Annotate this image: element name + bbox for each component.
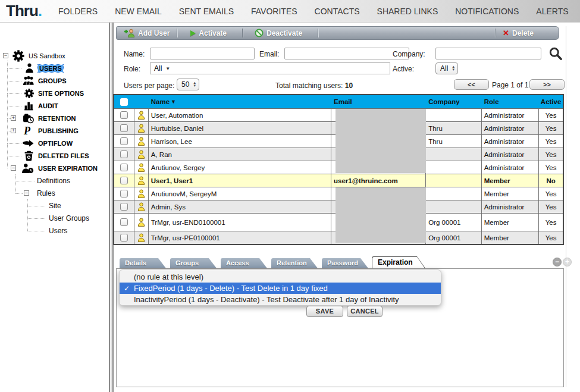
- search-icon[interactable]: [548, 46, 563, 61]
- activate-button[interactable]: Activate: [177, 29, 234, 37]
- cell-role: Administrator: [482, 161, 540, 174]
- nav-favorites[interactable]: FAVORITES: [251, 7, 297, 16]
- rule-dropdown-menu: (no rule at this level) ✓ FixedPeriod (1…: [119, 269, 441, 306]
- cell-active: Yes: [539, 135, 563, 148]
- thru-logo[interactable]: Thru.: [6, 2, 42, 20]
- rule-option-inactivity-period[interactable]: InactivityPeriod (1 days - Deactivate) -…: [120, 294, 441, 305]
- nav-folders[interactable]: FOLDERS: [58, 7, 98, 16]
- row-checkbox[interactable]: [120, 203, 128, 211]
- row-checkbox[interactable]: [120, 177, 128, 184]
- row-checkbox[interactable]: [120, 190, 128, 197]
- row-checkbox[interactable]: [120, 150, 128, 158]
- rule-option-label: (no rule at this level): [134, 272, 203, 281]
- deactivate-button[interactable]: Deactivate: [243, 29, 309, 37]
- email-filter-input[interactable]: [284, 48, 409, 59]
- sidebar-item-publishing[interactable]: PUBLISHING: [38, 127, 79, 134]
- sidebar-item-user-expiration[interactable]: USER EXPIRATION: [38, 165, 98, 172]
- row-checkbox[interactable]: [120, 137, 128, 145]
- tab-expiration[interactable]: Expiration: [372, 256, 425, 268]
- add-user-button[interactable]: Add User: [117, 29, 177, 37]
- tab-groups[interactable]: Groups: [170, 258, 217, 268]
- user-row-icon: [137, 137, 145, 146]
- gear-icon: [12, 49, 25, 62]
- active-filter-select[interactable]: All ▲▼: [435, 62, 458, 74]
- cell-company: Org 00001: [426, 214, 482, 231]
- company-filter-label: Company:: [393, 50, 425, 58]
- user-row-icon: [137, 233, 145, 242]
- sidebar-item-us-sandbox[interactable]: US Sandbox: [29, 52, 65, 59]
- expander-retention[interactable]: +: [11, 115, 16, 121]
- sidebar-item-rules-site[interactable]: Site: [49, 202, 61, 210]
- expander-us-sandbox[interactable]: −: [3, 53, 8, 58]
- sidebar-item-rules-users[interactable]: Users: [49, 227, 67, 235]
- total-label: Total matching users:: [275, 81, 343, 90]
- cell-role: Member: [482, 231, 540, 244]
- sidebar-item-definitions[interactable]: Definitions: [37, 177, 70, 185]
- tab-details[interactable]: Details: [120, 258, 166, 268]
- column-header-email[interactable]: Email: [331, 98, 426, 105]
- tab-retention[interactable]: Retention: [271, 258, 318, 268]
- cell-name: Admin, Sys: [149, 200, 331, 213]
- delete-button[interactable]: ✕ Delete: [496, 29, 541, 37]
- sidebar-item-retention[interactable]: RETENTION: [38, 115, 76, 122]
- logo-dot: .: [38, 2, 42, 20]
- expander-rules[interactable]: −: [24, 190, 29, 196]
- tab-access[interactable]: Access: [221, 258, 267, 268]
- nav-alerts[interactable]: ALERTS: [536, 7, 568, 16]
- chart-icon: [24, 101, 34, 111]
- sidebar-item-groups[interactable]: GROUPS: [38, 77, 67, 84]
- cell-name: Hurtubise, Daniel: [149, 122, 331, 134]
- collapse-panel-button[interactable]: −: [553, 258, 562, 266]
- total-value: 10: [345, 81, 353, 90]
- tree-guide-line: [7, 93, 21, 94]
- stepper-arrows-icon: ▲▼: [193, 81, 196, 87]
- company-filter-input[interactable]: [435, 48, 541, 59]
- nav-contacts[interactable]: CONTACTS: [315, 7, 360, 16]
- table-row-selected[interactable]: User1, User1 user1@thruinc.com Member No: [114, 174, 563, 187]
- nav-sent-emails[interactable]: SENT EMAILS: [179, 7, 234, 16]
- nav-new-email[interactable]: NEW EMAIL: [115, 7, 162, 16]
- save-button[interactable]: SAVE: [306, 306, 343, 317]
- deactivate-icon: [255, 29, 264, 37]
- prev-page-button[interactable]: <<: [454, 79, 489, 90]
- tab-password[interactable]: Password: [322, 258, 368, 268]
- role-filter-select[interactable]: All ▼: [150, 62, 390, 74]
- sidebar-item-site-options[interactable]: SITE OPTIONS: [38, 90, 84, 97]
- sidebar-item-users[interactable]: USERS: [38, 65, 63, 72]
- redaction-overlay: [336, 187, 426, 243]
- column-header-name[interactable]: Name▼: [149, 98, 331, 105]
- user-row-icon: [137, 202, 145, 211]
- sidebar-item-optiflow[interactable]: OPTIFLOW: [38, 140, 73, 147]
- cell-active: Yes: [539, 109, 563, 121]
- row-checkbox[interactable]: [120, 218, 128, 226]
- rule-option-none[interactable]: (no rule at this level): [120, 271, 441, 283]
- sidebar-tree: − US Sandbox USERS GROUPS SITE OPTIONS A…: [0, 23, 109, 392]
- cancel-button[interactable]: CANCEL: [347, 306, 383, 317]
- sidebar-item-deleted-files[interactable]: DELETED FILES: [38, 152, 89, 159]
- cell-company: [426, 109, 482, 121]
- nav-notifications[interactable]: NOTIFICATIONS: [455, 7, 519, 16]
- rule-option-fixed-period[interactable]: ✓ FixedPeriod (1 days - Delete) - Test D…: [120, 283, 441, 294]
- row-checkbox[interactable]: [120, 111, 128, 119]
- expander-publishing[interactable]: +: [11, 128, 16, 133]
- row-checkbox[interactable]: [120, 164, 128, 171]
- column-header-active[interactable]: Active: [539, 98, 563, 105]
- sidebar-item-rules-user-groups[interactable]: User Groups: [49, 214, 89, 222]
- users-per-page-select[interactable]: 50 ▲▼: [177, 79, 199, 90]
- row-checkbox[interactable]: [120, 234, 128, 242]
- cell-name: TrMgr, usr-END0100001: [149, 214, 331, 231]
- row-checkbox[interactable]: [120, 124, 128, 132]
- name-filter-input[interactable]: [150, 48, 255, 59]
- expander-user-expiration[interactable]: −: [11, 165, 16, 171]
- sidebar-item-audit[interactable]: AUDIT: [38, 102, 58, 109]
- column-header-company[interactable]: Company: [426, 98, 482, 105]
- cell-active: Yes: [539, 231, 563, 244]
- expand-panel-button[interactable]: +: [563, 258, 572, 266]
- nav-shared-links[interactable]: SHARED LINKS: [377, 7, 438, 16]
- select-all-checkbox[interactable]: [120, 98, 128, 106]
- column-header-role[interactable]: Role: [482, 98, 540, 105]
- next-page-button[interactable]: >>: [529, 79, 565, 90]
- sidebar-item-rules[interactable]: Rules: [37, 189, 55, 197]
- tree-guide-line: [15, 174, 16, 193]
- active-filter-value: All: [440, 64, 448, 73]
